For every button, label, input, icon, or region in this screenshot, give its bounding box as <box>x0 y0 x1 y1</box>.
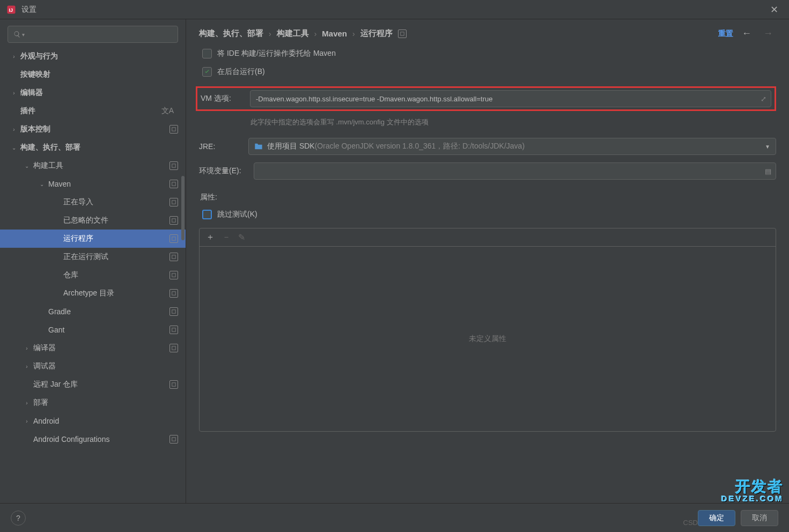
add-icon[interactable]: ＋ <box>206 232 215 243</box>
sidebar-item-label: 部署 <box>33 398 178 408</box>
title-bar: IJ 设置 ✕ <box>0 0 789 19</box>
svg-rect-16 <box>401 32 404 35</box>
chevron-down-icon: ▾ <box>22 32 25 38</box>
svg-rect-4 <box>172 182 175 186</box>
ok-button[interactable]: 确定 <box>698 510 735 526</box>
sidebar-item-17[interactable]: ›调试器 <box>0 357 186 375</box>
sidebar-item-19[interactable]: ›部署 <box>0 394 186 412</box>
delegate-checkbox[interactable] <box>202 49 212 58</box>
delegate-label: 将 IDE 构建/运行操作委托给 Maven <box>217 49 336 58</box>
background-checkbox[interactable] <box>202 67 212 77</box>
sidebar-item-13[interactable]: Archetype 目录 <box>0 284 186 302</box>
crumb-3[interactable]: 运行程序 <box>360 28 393 39</box>
sidebar-item-5[interactable]: ⌄构建、执行、部署 <box>0 138 186 157</box>
sidebar-item-21[interactable]: Android Configurations <box>0 430 186 448</box>
arrow-icon: › <box>11 127 17 132</box>
svg-rect-10 <box>172 292 175 295</box>
svg-rect-8 <box>172 255 175 258</box>
skip-tests-checkbox[interactable] <box>202 210 212 219</box>
help-button[interactable]: ? <box>11 511 26 526</box>
list-icon[interactable]: ▤ <box>765 167 771 175</box>
crumb-2[interactable]: Maven <box>322 29 347 38</box>
sidebar-item-15[interactable]: Gant <box>0 321 186 339</box>
dialog-footer: ? 确定 取消 <box>0 503 789 532</box>
devze-watermark: 开发者 DEVZE.COM <box>721 479 784 503</box>
sidebar-item-6[interactable]: ⌄构建工具 <box>0 157 186 175</box>
sidebar-item-16[interactable]: ›编译器 <box>0 339 186 357</box>
svg-rect-7 <box>172 237 175 240</box>
remove-icon: － <box>222 232 231 243</box>
sidebar-item-label: 仓库 <box>63 270 169 280</box>
project-scope-icon <box>169 344 178 352</box>
csdn-watermark: CSD <box>683 519 698 527</box>
attrs-label: 属性: <box>200 193 776 202</box>
search-icon <box>13 31 21 38</box>
reset-button[interactable]: 重置 <box>718 29 733 39</box>
sidebar-item-14[interactable]: Gradle <box>0 302 186 321</box>
svg-rect-3 <box>172 164 175 167</box>
sidebar-item-1[interactable]: 按键映射 <box>0 65 186 84</box>
project-scope-icon <box>169 161 178 170</box>
project-scope-icon <box>169 125 178 134</box>
env-input[interactable]: ▤ <box>254 162 776 180</box>
language-icon: 文A <box>161 106 174 116</box>
sidebar-item-label: 编译器 <box>33 343 169 353</box>
arrow-icon: ⌄ <box>11 145 17 151</box>
env-label: 环境变量(E): <box>199 166 247 176</box>
sidebar-item-label: 编辑器 <box>20 88 178 98</box>
project-scope-icon <box>169 198 178 206</box>
project-scope-icon <box>169 289 178 298</box>
sidebar-item-11[interactable]: 正在运行测试 <box>0 248 186 266</box>
sidebar-item-12[interactable]: 仓库 <box>0 266 186 284</box>
sidebar-item-4[interactable]: ›版本控制 <box>0 120 186 138</box>
sidebar-item-9[interactable]: 已忽略的文件 <box>0 211 186 230</box>
sidebar-item-label: 远程 Jar 仓库 <box>33 380 169 389</box>
crumb-0[interactable]: 构建、执行、部署 <box>199 28 263 39</box>
vm-label: VM 选项: <box>201 94 244 104</box>
properties-panel: ＋ － ✎ 未定义属性 <box>199 228 776 432</box>
project-scope-icon <box>169 216 178 225</box>
sidebar-item-7[interactable]: ⌄Maven <box>0 175 186 193</box>
svg-rect-9 <box>172 274 175 277</box>
sidebar-item-label: Gradle <box>48 307 169 316</box>
properties-toolbar: ＋ － ✎ <box>200 228 776 247</box>
jre-prefix: 使用项目 SDK <box>267 142 315 151</box>
vm-helper-text: 此字段中指定的选项会重写 .mvn/jvm.config 文件中的选项 <box>250 117 776 127</box>
settings-tree: ›外观与行为按键映射›编辑器插件文A›版本控制⌄构建、执行、部署⌄构建工具⌄Ma… <box>0 47 186 503</box>
svg-rect-13 <box>172 346 175 350</box>
project-scope-icon <box>169 326 178 334</box>
back-icon[interactable]: ← <box>739 28 755 39</box>
sidebar-item-0[interactable]: ›外观与行为 <box>0 47 186 65</box>
sidebar-item-label: 正在导入 <box>63 197 169 207</box>
jre-dropdown[interactable]: 使用项目 SDK (Oracle OpenJDK version 1.8.0_3… <box>248 138 776 155</box>
vm-options-value: -Dmaven.wagon.http.ssl.insecure=true -Dm… <box>256 95 493 103</box>
skip-tests-label: 跳过测试(K) <box>217 210 257 219</box>
expand-icon[interactable]: ⤢ <box>761 95 766 103</box>
highlight-box: VM 选项: -Dmaven.wagon.http.ssl.insecure=t… <box>196 86 776 111</box>
sidebar-item-20[interactable]: ›Android <box>0 412 186 430</box>
sidebar-item-label: 正在运行测试 <box>63 252 169 262</box>
project-scope-icon <box>398 29 407 38</box>
settings-sidebar: ▾ ›外观与行为按键映射›编辑器插件文A›版本控制⌄构建、执行、部署⌄构建工具⌄… <box>0 19 186 503</box>
sidebar-item-8[interactable]: 正在导入 <box>0 193 186 211</box>
cancel-button[interactable]: 取消 <box>741 510 778 526</box>
arrow-icon: › <box>11 90 17 96</box>
svg-rect-15 <box>172 438 175 441</box>
sidebar-item-18[interactable]: 远程 Jar 仓库 <box>0 375 186 394</box>
search-input[interactable]: ▾ <box>8 26 178 43</box>
sidebar-item-label: 外观与行为 <box>20 51 178 61</box>
sidebar-item-10[interactable]: 运行程序 <box>0 230 186 248</box>
settings-content: 构建、执行、部署› 构建工具› Maven› 运行程序 重置 ← → 将 IDE… <box>186 19 789 503</box>
scrollbar[interactable] <box>181 176 185 240</box>
sidebar-item-label: 按键映射 <box>20 70 178 79</box>
svg-rect-2 <box>172 128 175 131</box>
breadcrumb: 构建、执行、部署› 构建工具› Maven› 运行程序 重置 ← → <box>199 28 776 39</box>
sidebar-item-2[interactable]: ›编辑器 <box>0 84 186 102</box>
crumb-1[interactable]: 构建工具 <box>277 28 309 39</box>
jre-label: JRE: <box>199 142 242 151</box>
sidebar-item-label: 版本控制 <box>20 124 169 134</box>
sidebar-item-3[interactable]: 插件文A <box>0 102 186 120</box>
vm-options-input[interactable]: -Dmaven.wagon.http.ssl.insecure=true -Dm… <box>250 90 771 107</box>
close-icon[interactable]: ✕ <box>766 2 783 18</box>
arrow-icon: ⌄ <box>39 181 45 187</box>
